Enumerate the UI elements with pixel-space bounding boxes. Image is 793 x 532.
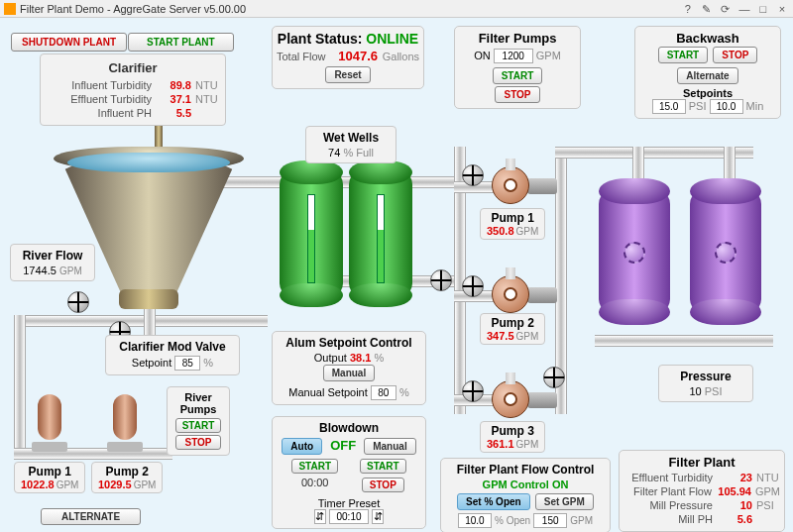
app-icon (4, 3, 16, 15)
filter-tank-2 (690, 182, 761, 321)
backwash-panel: Backwash START STOP Alternate Setpoints … (634, 26, 781, 119)
alum-manual-sp-label: Manual Setpoint (288, 386, 368, 398)
blowdown-preset-stepper-2[interactable]: ⇵ (372, 509, 384, 524)
backwash-min-input[interactable]: 10.0 (710, 99, 743, 114)
cmv-setpoint-unit: % (203, 357, 213, 369)
total-flow-value: 1047.6 (338, 49, 378, 63)
window-titlebar: Filter Plant Demo - AggreGate Server v5.… (0, 0, 793, 18)
flow-control-panel: Filter Plant Flow Control GPM Control ON… (440, 458, 611, 532)
alum-manual-button[interactable]: Manual (323, 365, 375, 381)
backwash-setpoints-label: Setpoints (639, 87, 776, 99)
clarifier-mod-valve-panel: Clarifier Mod Valve Setpoint 85 % (105, 335, 240, 375)
maximize-icon[interactable]: □ (756, 3, 770, 15)
shutdown-plant-button[interactable]: SHUTDOWN PLANT (11, 33, 127, 52)
filter-pumps-panel: Filter Pumps ON 1200 GPM START STOP (454, 26, 581, 109)
backwash-min-unit: Min (746, 100, 764, 112)
blowdown-preset-stepper[interactable]: ⇵ (314, 509, 326, 524)
alum-output-value: 38.1 (350, 352, 371, 364)
flow-control-title: Filter Plant Flow Control (445, 463, 606, 477)
backwash-alternate-button[interactable]: Alternate (677, 67, 737, 84)
wet-wells-title: Wet Wells (312, 131, 390, 145)
alum-setpoint-panel: Alum Setpoint Control Output 38.1 % Manu… (272, 331, 426, 405)
blowdown-timer: 00:00 (290, 477, 339, 488)
reset-button[interactable]: Reset (325, 66, 370, 83)
river-pumps-panel: River Pumps START STOP (167, 386, 230, 456)
plant-status-value: ONLINE (366, 31, 418, 47)
clarifier-mod-valve-title: Clarifier Mod Valve (112, 340, 233, 354)
river-pump-2-label: Pump 2 1029.5GPM (91, 462, 163, 493)
blowdown-status: OFF (330, 438, 356, 453)
influent-ph-value: 5.5 (156, 107, 191, 119)
filter-pump-3-label: Pump 3 361.1GPM (480, 421, 545, 453)
backwash-stop-button[interactable]: STOP (713, 47, 757, 63)
backwash-psi-unit: PSI (689, 100, 707, 112)
river-flow-title: River Flow (17, 249, 88, 263)
valve-icon (462, 380, 484, 402)
river-flow-unit: GPM (59, 266, 82, 276)
alternate-button[interactable]: ALTERNATE (41, 508, 141, 525)
blowdown-auto-start-button[interactable]: START (291, 459, 338, 474)
edit-icon[interactable]: ✎ (700, 3, 714, 15)
pressure-unit: PSI (705, 385, 723, 397)
valve-icon (430, 269, 452, 291)
filter-plant-panel: Filter Plant Effluent Turbidity23NTU Fil… (619, 450, 785, 532)
alum-manual-sp-input[interactable]: 80 (371, 385, 396, 400)
pressure-title: Pressure (665, 370, 746, 383)
refresh-icon[interactable]: ⟳ (719, 3, 733, 15)
filter-plant-title: Filter Plant (623, 455, 780, 470)
blowdown-preset-input[interactable]: 00:10 (329, 509, 369, 524)
backwash-start-button[interactable]: START (658, 47, 709, 63)
pressure-panel: Pressure 10 PSI (658, 365, 753, 402)
valve-icon (462, 164, 484, 186)
plant-status-label: Plant Status: (278, 31, 363, 47)
valve-icon (462, 275, 484, 297)
blowdown-preset-label: Timer Preset (277, 497, 421, 509)
filter-tank-1 (599, 182, 670, 321)
river-pumps-stop-button[interactable]: STOP (175, 435, 220, 450)
close-icon[interactable]: × (775, 3, 789, 15)
filter-pump-2-icon (492, 275, 561, 315)
river-pump-1-label: Pump 1 1022.8GPM (14, 462, 85, 493)
effluent-turbidity-value: 37.1 (156, 93, 191, 105)
river-pumps-start-button[interactable]: START (175, 418, 222, 433)
effluent-turbidity-label: Effluent Turbidity (47, 93, 152, 105)
start-plant-button[interactable]: START PLANT (128, 33, 234, 52)
gpm-input[interactable]: 150 (533, 513, 567, 528)
filter-pumps-stop-button[interactable]: STOP (495, 86, 539, 103)
total-flow-unit: Gallons (383, 51, 419, 62)
pipe (595, 335, 773, 347)
pct-open-unit: % Open (495, 515, 530, 526)
influent-turbidity-label: Influent Turbidity (47, 79, 152, 91)
cmv-setpoint-input[interactable]: 85 (174, 356, 200, 371)
help-icon[interactable]: ? (681, 3, 695, 15)
clarifier-title: Clarifier (47, 60, 219, 75)
blowdown-manual-button[interactable]: Manual (364, 438, 415, 455)
pipe (14, 315, 26, 454)
influent-turbidity-unit: NTU (195, 79, 219, 91)
influent-turbidity-value: 89.8 (156, 79, 191, 91)
blowdown-auto-button[interactable]: Auto (282, 438, 322, 455)
alum-title: Alum Setpoint Control (277, 336, 421, 350)
clarifier-vessel (59, 157, 238, 325)
set-gpm-button[interactable]: Set GPM (535, 493, 594, 510)
pct-open-input[interactable]: 10.0 (458, 513, 492, 528)
blowdown-manual-stop-button[interactable]: STOP (362, 478, 404, 492)
alum-output-label: Output (314, 352, 347, 364)
wet-well-tank-1 (280, 164, 343, 303)
filter-pump-1-icon (492, 166, 561, 206)
flow-control-status: GPM Control ON (445, 479, 606, 490)
blowdown-manual-start-button[interactable]: START (360, 459, 406, 474)
wet-wells-value: 74 (328, 147, 340, 159)
blowdown-title: Blowdown (277, 421, 421, 435)
plant-status-panel: Plant Status: ONLINE Total Flow 1047.6 G… (272, 26, 424, 89)
filter-pumps-title: Filter Pumps (459, 31, 576, 46)
total-flow-label: Total Flow (277, 51, 326, 62)
filter-pumps-start-button[interactable]: START (493, 67, 543, 84)
backwash-psi-input[interactable]: 15.0 (652, 99, 686, 114)
filter-pumps-gpm-input[interactable]: 1200 (494, 49, 533, 63)
river-pumps-title: River Pumps (173, 391, 223, 415)
minimize-icon[interactable]: — (737, 3, 751, 15)
backwash-title: Backwash (639, 31, 776, 46)
filter-pump-2-label: Pump 2 347.5GPM (480, 313, 545, 345)
set-pct-open-button[interactable]: Set % Open (457, 493, 530, 510)
